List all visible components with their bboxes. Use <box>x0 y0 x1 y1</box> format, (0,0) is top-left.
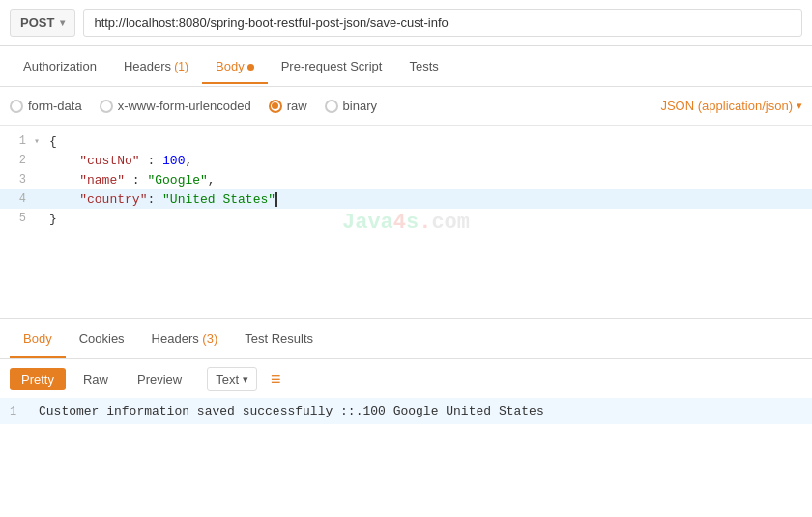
urlencoded-radio[interactable] <box>100 100 113 113</box>
tab-body[interactable]: Body <box>202 49 268 83</box>
binary-radio[interactable] <box>325 100 338 113</box>
resp-tab-body[interactable]: Body <box>10 322 66 356</box>
code-line-3: 3 "name" : "Google", <box>0 170 812 189</box>
preview-button[interactable]: Preview <box>126 368 193 390</box>
code-line-4: 4 "country": "United States" <box>0 189 812 209</box>
url-bar: POST ▾ <box>0 0 812 46</box>
tab-tests[interactable]: Tests <box>395 49 451 83</box>
resp-tab-cookies[interactable]: Cookies <box>66 322 138 356</box>
response-section: Body Cookies Headers (3) Test Results Pr… <box>0 319 812 469</box>
json-type-dropdown[interactable]: JSON (application/json) ▾ <box>660 99 802 113</box>
response-output: 1 Customer information saved successfull… <box>0 398 812 424</box>
response-tabs: Body Cookies Headers (3) Test Results <box>0 319 812 359</box>
text-dropdown-arrow: ▾ <box>243 373 248 386</box>
form-data-option[interactable]: form-data <box>10 99 82 113</box>
urlencoded-option[interactable]: x-www-form-urlencoded <box>100 99 251 113</box>
form-data-radio[interactable] <box>10 100 23 113</box>
pretty-button[interactable]: Pretty <box>10 368 66 390</box>
body-options-bar: form-data x-www-form-urlencoded raw bina… <box>0 87 812 126</box>
code-line-2: 2 "custNo" : 100, <box>0 151 812 170</box>
raw-button[interactable]: Raw <box>72 368 120 390</box>
tab-prerequest[interactable]: Pre-request Script <box>268 49 396 83</box>
resp-tab-headers[interactable]: Headers (3) <box>138 322 232 356</box>
method-chevron: ▾ <box>60 17 65 28</box>
method-label: POST <box>20 15 54 30</box>
raw-radio[interactable] <box>269 100 282 113</box>
binary-option[interactable]: binary <box>325 99 377 113</box>
response-line-number: 1 <box>10 404 39 418</box>
wrap-icon[interactable]: ≡ <box>271 369 281 389</box>
tab-headers[interactable]: Headers (1) <box>110 49 202 83</box>
request-tabs: Authorization Headers (1) Body Pre-reque… <box>0 46 812 87</box>
response-view-options: Pretty Raw Preview Text ▾ ≡ <box>0 359 812 398</box>
raw-option[interactable]: raw <box>269 99 307 113</box>
code-line-1: 1 ▾ { <box>0 131 812 151</box>
method-dropdown[interactable]: POST ▾ <box>10 9 75 37</box>
tab-authorization[interactable]: Authorization <box>10 49 110 83</box>
json-type-arrow: ▾ <box>797 100 802 112</box>
body-active-dot <box>247 64 254 71</box>
text-dropdown[interactable]: Text ▾ <box>207 367 257 391</box>
url-input[interactable] <box>83 9 802 37</box>
code-editor[interactable]: Java4s.com 1 ▾ { 2 "custNo" : 100, 3 "na… <box>0 126 812 319</box>
code-line-5: 5 } <box>0 209 812 228</box>
response-text: Customer information saved successfully … <box>39 404 544 418</box>
resp-tab-test-results[interactable]: Test Results <box>231 322 327 356</box>
